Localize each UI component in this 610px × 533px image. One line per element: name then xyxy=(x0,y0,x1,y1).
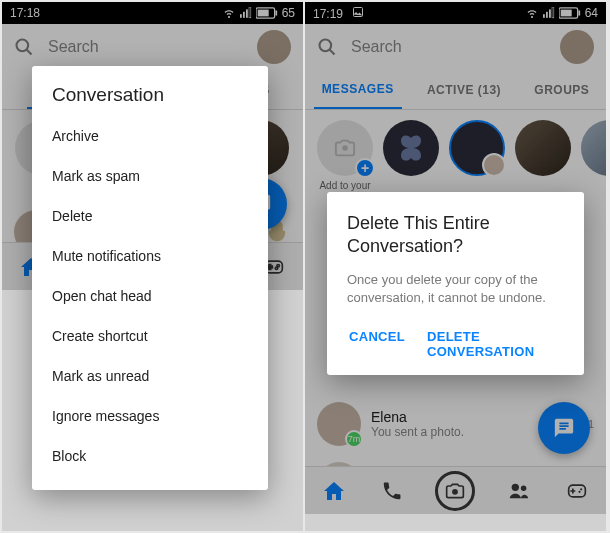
cancel-button[interactable]: CANCEL xyxy=(347,323,407,365)
menu-mark-spam[interactable]: Mark as spam xyxy=(32,156,268,196)
phone-left: 17:18 65 Search M X xyxy=(2,2,305,531)
menu-create-shortcut[interactable]: Create shortcut xyxy=(32,316,268,356)
delete-conversation-dialog: Delete This Entire Conversation? Once yo… xyxy=(327,192,584,375)
menu-open-chat-head[interactable]: Open chat head xyxy=(32,276,268,316)
menu-ignore[interactable]: Ignore messages xyxy=(32,396,268,436)
menu-mute[interactable]: Mute notifications xyxy=(32,236,268,276)
dialog-body: Once you delete your copy of the convers… xyxy=(347,271,564,307)
conversation-context-menu: Conversation Archive Mark as spam Delete… xyxy=(32,66,268,490)
dialog-actions: CANCEL DELETE CONVERSATION xyxy=(347,323,564,365)
dialog-title: Delete This Entire Conversation? xyxy=(347,212,564,259)
delete-conversation-button[interactable]: DELETE CONVERSATION xyxy=(425,323,564,365)
phone-right: 17:19 64 Search xyxy=(305,2,608,531)
menu-delete[interactable]: Delete xyxy=(32,196,268,236)
menu-archive[interactable]: Archive xyxy=(32,116,268,156)
menu-mark-unread[interactable]: Mark as unread xyxy=(32,356,268,396)
menu-title: Conversation xyxy=(32,84,268,116)
menu-block[interactable]: Block xyxy=(32,436,268,476)
